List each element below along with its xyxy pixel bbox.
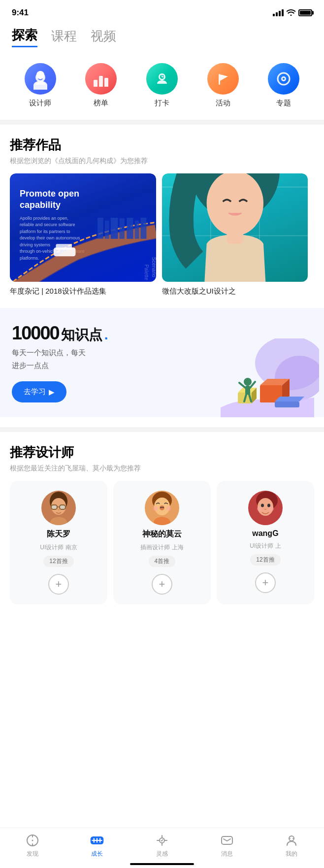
svg-point-62: [269, 506, 274, 511]
svg-text:Scenario: Scenario: [151, 257, 156, 277]
svg-rect-46: [60, 505, 65, 509]
designer-card-1[interactable]: 陈天罗 UI设计师 南京 12首推 +: [10, 481, 107, 604]
nav-item-message[interactable]: 消息: [212, 833, 242, 858]
nav-item-discover[interactable]: 发现: [18, 833, 47, 858]
category-ranking-label: 榜单: [94, 99, 108, 108]
svg-rect-15: [105, 221, 109, 239]
work-card-2-image: [162, 173, 308, 282]
designer-icon: [25, 63, 56, 95]
nav-profile-label: 我的: [286, 850, 297, 858]
svg-point-55: [166, 506, 171, 511]
svg-point-52: [160, 507, 162, 508]
designer-3-badge: 12首推: [250, 554, 280, 566]
category-topic-label: 专题: [276, 99, 291, 108]
designer-3-follow-button[interactable]: +: [255, 572, 276, 593]
nav-item-profile[interactable]: 我的: [277, 833, 306, 858]
knowledge-subtitle: 每天一个知识点，每天 进步一点点: [12, 346, 110, 371]
status-time: 9:41: [12, 8, 29, 18]
category-topic[interactable]: 专题: [268, 63, 299, 108]
status-bar: 9:41: [0, 0, 324, 22]
svg-rect-17: [119, 218, 124, 239]
svg-point-10: [283, 78, 285, 80]
topic-icon: [268, 63, 299, 95]
battery-icon: [298, 9, 312, 16]
recommended-works-title: 推荐作品: [10, 136, 314, 154]
designer-3-role: UI设计师 上: [250, 542, 281, 550]
knowledge-section: 10000 知识点 . 每天一个知识点，每天 进步一点点 去学习 ▶: [0, 308, 324, 417]
top-nav: 探索 课程 视频: [0, 22, 324, 55]
category-ranking[interactable]: 榜单: [85, 63, 117, 108]
recommended-designers-title: 推荐设计师: [10, 444, 314, 461]
wifi-icon: [287, 9, 295, 17]
checkin-icon: [146, 63, 178, 95]
nav-discover-label: 发现: [27, 850, 38, 858]
work-overlay-title: Promote opencapability: [20, 188, 89, 211]
nav-item-growth[interactable]: 成长: [82, 833, 112, 858]
works-row: Promote opencapability Apollo provides a…: [10, 173, 314, 296]
designer-3-avatar: [248, 491, 283, 525]
svg-rect-14: [97, 218, 103, 239]
svg-point-36: [244, 378, 252, 386]
svg-point-54: [153, 506, 158, 511]
svg-point-53: [162, 507, 163, 508]
signal-icon: [273, 9, 284, 16]
designer-card-2[interactable]: 神秘的莫云 插画设计师 上海 4首推 +: [113, 481, 211, 604]
home-indicator: [130, 863, 194, 865]
designer-1-avatar: [41, 491, 76, 525]
tab-course[interactable]: 课程: [51, 28, 77, 47]
work-card-1[interactable]: Promote opencapability Apollo provides a…: [10, 173, 156, 296]
designer-1-follow-button[interactable]: +: [48, 574, 69, 595]
designer-2-avatar: [145, 491, 179, 525]
svg-text:Palette: Palette: [144, 265, 149, 281]
nav-item-inspire[interactable]: 灵感: [147, 833, 177, 858]
nav-inspire-label: 灵感: [156, 850, 168, 858]
category-checkin-label: 打卡: [155, 99, 169, 108]
svg-rect-18: [127, 218, 133, 239]
recommended-works-section: 推荐作品 根据您浏览的《点线面的几何构成》为您推荐 Promote openca…: [0, 125, 324, 296]
svg-point-0: [35, 72, 45, 82]
designer-card-3[interactable]: wangG UI设计师 上 12首推 +: [217, 481, 314, 604]
svg-rect-7: [219, 74, 220, 85]
work-card-1-image: Promote opencapability Apollo provides a…: [10, 173, 156, 282]
svg-rect-19: [135, 221, 139, 239]
separator-1: [0, 120, 324, 125]
designer-1-badge: 12首推: [43, 556, 73, 567]
message-icon: [220, 833, 234, 848]
designer-1-role: UI设计师 南京: [40, 543, 77, 552]
knowledge-title: 知识点: [61, 326, 102, 344]
svg-rect-45: [51, 505, 57, 509]
growth-icon: [90, 833, 104, 848]
recommended-designers-section: 推荐设计师 根据您最近关注的飞屋瑞、莫小戢为您推荐: [0, 432, 324, 616]
knowledge-number: 10000: [12, 323, 59, 344]
discover-icon: [25, 833, 40, 848]
category-designer[interactable]: 设计师: [25, 63, 56, 108]
recommended-designers-subtitle: 根据您最近关注的飞屋瑞、莫小戢为您推荐: [10, 464, 314, 473]
learn-button[interactable]: 去学习 ▶: [12, 381, 66, 402]
designer-2-follow-button[interactable]: +: [152, 574, 172, 595]
work-card-2[interactable]: 微信大改版之UI设计之: [162, 173, 308, 296]
designers-row: 陈天罗 UI设计师 南京 12首推 +: [10, 481, 314, 616]
ranking-icon: [85, 63, 117, 95]
designer-2-name: 神秘的莫云: [142, 529, 182, 539]
svg-point-75: [290, 838, 291, 839]
category-checkin[interactable]: 打卡: [146, 63, 178, 108]
svg-rect-13: [56, 244, 72, 250]
svg-point-1: [38, 76, 40, 78]
svg-point-60: [267, 504, 270, 507]
tab-video[interactable]: 视频: [91, 28, 116, 47]
svg-point-61: [257, 506, 262, 511]
svg-point-64: [32, 840, 33, 841]
svg-rect-20: [140, 218, 146, 239]
svg-point-29: [206, 173, 263, 235]
designer-1-name: 陈天罗: [47, 529, 70, 539]
svg-point-2: [41, 76, 43, 78]
svg-point-76: [292, 838, 293, 839]
work-card-1-title: 年度杂记 | 2018设计作品选集: [10, 287, 156, 296]
svg-point-59: [261, 504, 264, 507]
svg-point-51: [160, 505, 164, 510]
category-activity[interactable]: 活动: [207, 63, 239, 108]
tab-explore[interactable]: 探索: [12, 27, 37, 47]
activity-icon: [207, 63, 239, 95]
knowledge-illustration: [211, 338, 319, 412]
designer-3-name: wangG: [252, 529, 278, 538]
